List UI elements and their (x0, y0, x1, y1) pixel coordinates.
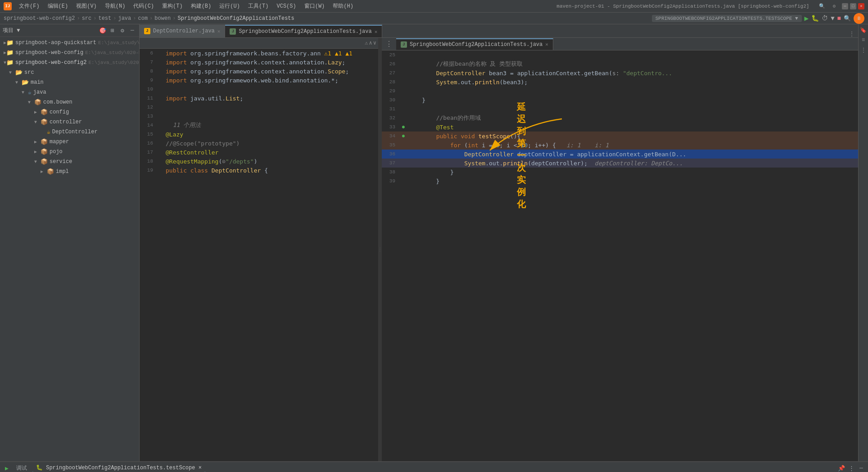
menu-vcs[interactable]: VCS(S) (273, 2, 299, 10)
editor-toolbar-right: SPRINGBOOTWEBCONFIG2APPLICATIONTESTS.TES… (652, 13, 864, 24)
pin-tab-button[interactable]: 📌 (837, 464, 845, 472)
rcode-line-37: 37 System.out.println(deptController); d… (382, 159, 858, 168)
rcode-line-34: 34 ● public void testScope(){ (382, 132, 858, 141)
java-test-icon: J (230, 28, 236, 35)
collapse-all-button[interactable]: ⊞ (108, 27, 117, 35)
code-line-13: 13 (140, 112, 378, 121)
right-tab-label: SpringbootWebConfig2ApplicationTests.jav… (410, 41, 542, 48)
rsb-gutter-icon[interactable]: ⋮ (859, 46, 868, 54)
right-code-editor[interactable]: 25 26 //根据bean的名称 及 类型获取 27 (382, 50, 858, 461)
tab-debug[interactable]: 调试 (13, 463, 31, 472)
breakpoint-icon[interactable]: ● (402, 123, 405, 131)
right-code-panel: ⋮ J SpringbootWebConfig2ApplicationTests… (382, 38, 858, 461)
code-line-17: 17 @RestController (140, 148, 378, 157)
tree-item-src[interactable]: ▼ 📂 src (0, 68, 139, 77)
bottom-section: ▶ 调试 🐛 SpringbootWebConfig2ApplicationTe… (0, 461, 868, 472)
breadcrumb-bowen[interactable]: bowen (154, 15, 171, 22)
search-icon[interactable]: 🔍 (819, 3, 825, 9)
rsb-structure-icon[interactable]: ≡ (859, 36, 868, 44)
close-tab-test[interactable]: ✕ (375, 29, 378, 35)
run-config-selector[interactable]: SPRINGBOOTWEBCONFIG2APPLICATIONTESTS.TES… (652, 15, 802, 22)
tab-springboot-test[interactable]: J SpringbootWebConfig2ApplicationTests.j… (225, 25, 382, 37)
right-tab-test[interactable]: J SpringbootWebConfig2ApplicationTests.j… (396, 38, 553, 50)
breadcrumb-test[interactable]: test (98, 15, 111, 22)
editor-tabs: J DeptController.java ✕ J SpringbootWebC… (140, 24, 858, 38)
tab-more-button[interactable]: ⋮ (845, 31, 858, 37)
breadcrumb-project[interactable]: springboot-web-config2 (4, 15, 75, 22)
hide-panel-button[interactable]: ─ (128, 27, 136, 35)
tree-item-mapper[interactable]: ▶ 📦 mapper (0, 137, 139, 147)
locate-file-button[interactable]: 🎯 (99, 27, 107, 35)
code-line-6: 6 import org.springframework.beans.facto… (140, 49, 378, 58)
menu-edit[interactable]: 编辑(E) (44, 1, 72, 11)
breadcrumb-java[interactable]: java (118, 15, 131, 22)
nav-up-icon[interactable]: ∧ (369, 40, 372, 46)
tree-item-main[interactable]: ▼ 📂 main (0, 77, 139, 87)
settings-icon[interactable]: ⚙ (832, 3, 836, 9)
tree-item-config[interactable]: ▶ 📦 config (0, 107, 139, 117)
menu-help[interactable]: 帮助(H) (329, 1, 357, 11)
user-avatar[interactable]: B (854, 13, 864, 24)
sidebar-toolbar: 项目 ▼ 🎯 ⊞ ⚙ ─ (0, 24, 139, 37)
stop-button[interactable]: ■ (837, 15, 841, 22)
breadcrumb: springboot-web-config2 › src › test › ja… (0, 13, 868, 24)
breadcrumb-class: SpringbootWebConfig2ApplicationTests (178, 15, 294, 22)
breadcrumb-com[interactable]: com (138, 15, 148, 22)
breadcrumb-src[interactable]: src (82, 15, 92, 22)
menu-refactor[interactable]: 重构(T) (158, 1, 186, 11)
app-logo: IJ (4, 2, 12, 10)
tree-item-package[interactable]: ▼ 📦 com.bowen (0, 97, 139, 107)
close-button[interactable]: ✕ (858, 3, 864, 9)
tree-item-impl[interactable]: ▶ 📦 impl (0, 167, 139, 177)
debug-button[interactable]: 🐛 (811, 14, 819, 22)
tree-item-java[interactable]: ▼ ☕ java (0, 87, 139, 97)
settings-button[interactable]: ⚙ (118, 27, 127, 35)
tree-item-aop[interactable]: ▶ 📁 springboot-aop-quickstart E:\java_st… (0, 38, 139, 48)
menu-navigate[interactable]: 导航(N) (101, 1, 129, 11)
run-with-coverage-button[interactable]: ⏱ (822, 15, 828, 22)
code-line-9: 9 import org.springframework.web.bind.an… (140, 76, 378, 85)
split-editor: ⚠ ∧ ∨ 6 import org.springframework.beans… (140, 38, 858, 461)
menu-code[interactable]: 代码(C) (130, 1, 158, 11)
right-tab-icon: J (401, 41, 407, 48)
sidebar-title: 项目 ▼ (3, 27, 20, 34)
code-line-14: 14 11 个用法 (140, 121, 378, 130)
maximize-button[interactable]: □ (850, 3, 856, 9)
rcode-line-36: 36 DeptController deptController = appli… (382, 150, 858, 159)
menu-view[interactable]: 视图(V) (72, 1, 100, 11)
nav-down-icon[interactable]: ∨ (373, 40, 376, 46)
run-button[interactable]: ▶ (805, 14, 809, 23)
more-tabs-button[interactable]: ⋮ (847, 464, 855, 472)
more-run-options[interactable]: ▼ (831, 15, 834, 22)
tree-item-service[interactable]: ▼ 📦 service (0, 157, 139, 167)
tree-item-webconfig[interactable]: ▶ 📁 springboot-web-config E:\java_study\… (0, 48, 139, 58)
split-divider[interactable]: ⋮ (378, 38, 382, 461)
rsb-bookmarks-icon[interactable]: 🔖 (859, 26, 868, 34)
code-line-19: 19 public class DeptController { (140, 166, 378, 175)
left-code-editor[interactable]: ⚠ ∧ ∨ 6 import org.springframework.beans… (140, 38, 378, 461)
close-tab-dept[interactable]: ✕ (217, 28, 221, 34)
bottom-tabs-right: 📌 ⋮ ─ (837, 464, 865, 472)
project-tree: ▶ 📁 springboot-aop-quickstart E:\java_st… (0, 37, 139, 461)
tree-item-pojo[interactable]: ▶ 📦 pojo (0, 147, 139, 157)
tree-item-webconfig2[interactable]: ▼ 📁 springboot-web-config2 E:\java_study… (0, 58, 139, 68)
menu-run[interactable]: 运行(U) (216, 1, 244, 11)
menu-bar: IJ 文件(F) 编辑(E) 视图(V) 导航(N) 代码(C) 重构(T) 构… (0, 0, 868, 13)
menu-build[interactable]: 构建(B) (187, 1, 215, 11)
minimize-panel-button[interactable]: ─ (857, 464, 865, 472)
run-panel-icon[interactable]: ▶ (3, 464, 11, 472)
tree-item-controller[interactable]: ▼ 📦 controller (0, 117, 139, 127)
rcode-line-25: 25 (382, 50, 858, 59)
tree-item-deptcontroller[interactable]: ▶ ☕ DeptController (0, 127, 139, 137)
nav-prev-icon[interactable]: ⚠ (365, 40, 368, 46)
minimize-button[interactable]: ─ (842, 3, 848, 9)
right-panel-menu[interactable]: ⋮ (385, 40, 393, 49)
right-tab-close[interactable]: ✕ (545, 41, 548, 47)
tab-deptcontroller[interactable]: J DeptController.java ✕ (140, 25, 225, 37)
tab-test-run[interactable]: 🐛 SpringbootWebConfig2ApplicationTests.t… (32, 463, 205, 472)
search-everywhere-button[interactable]: 🔍 (844, 15, 851, 22)
menu-tools[interactable]: 工具(T) (244, 1, 272, 11)
window-title: maven-project-01 - SpringbootWebConfig2A… (556, 4, 809, 9)
menu-file[interactable]: 文件(F) (15, 1, 43, 11)
menu-window[interactable]: 窗口(W) (301, 1, 329, 11)
